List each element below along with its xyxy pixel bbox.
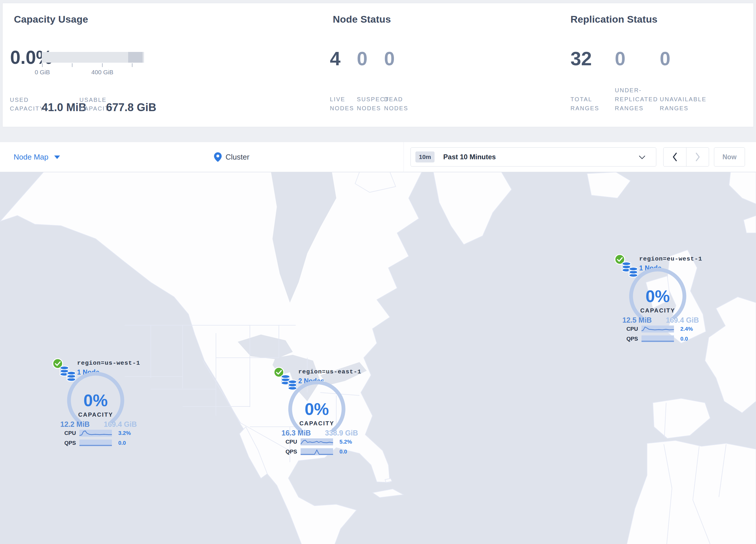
region-name: region=us-east-1 <box>298 369 361 375</box>
time-forward-button[interactable] <box>686 148 709 166</box>
region-cpu-metric: CPU 3.2% <box>58 429 131 437</box>
under-replicated-ranges-label: UNDER-REPLICATED RANGES <box>615 87 661 113</box>
region-capacity-label: CAPACITY <box>62 411 129 418</box>
chevron-left-icon <box>672 152 678 162</box>
used-capacity-label: USED CAPACITY <box>10 95 44 113</box>
time-range-badge: 10m <box>415 151 435 162</box>
cpu-sparkline <box>79 430 112 437</box>
cpu-label: CPU <box>58 430 76 436</box>
map-toolbar: Node Map Cluster 10m Past 10 Minutes Now <box>0 142 756 172</box>
suspect-nodes-label: SUSPECT NODES <box>357 87 386 113</box>
cpu-value: 5.2% <box>339 439 352 445</box>
capacity-bar-segment <box>128 52 143 63</box>
qps-value: 0.0 <box>339 449 347 455</box>
total-ranges-label: TOTAL RANGES <box>570 87 602 113</box>
region-used-capacity: 12.2 MiB <box>60 420 90 429</box>
unavailable-ranges-value: 0 <box>660 49 670 68</box>
capacity-tick <box>102 63 103 67</box>
region-qps-metric: QPS 0.0 <box>279 448 347 456</box>
region-qps-metric: QPS 0.0 <box>620 335 688 343</box>
region-capacity-label: CAPACITY <box>283 420 350 427</box>
region-capacity-percent: 0% <box>65 391 126 410</box>
cpu-sparkline <box>301 438 333 445</box>
usable-capacity-value: 677.8 GiB <box>106 101 156 114</box>
cpu-label: CPU <box>279 439 297 445</box>
region-cpu-metric: CPU 5.2% <box>279 438 352 446</box>
total-ranges-value: 32 <box>570 49 592 68</box>
qps-value: 0.0 <box>680 336 688 342</box>
region-marker-eu-west-1[interactable]: region=eu-west-1 1 Node 0% CAPACITY 12.5… <box>611 253 704 349</box>
capacity-tick-label-400: 400 GiB <box>85 69 120 76</box>
region-used-capacity: 12.5 MiB <box>622 316 652 325</box>
capacity-bar <box>42 52 144 63</box>
capacity-usage-title: Capacity Usage <box>14 14 88 25</box>
node-status-title: Node Status <box>333 14 391 25</box>
qps-label: QPS <box>620 336 638 342</box>
chevron-down-icon <box>639 155 646 159</box>
dead-nodes-value: 0 <box>384 49 395 68</box>
location-pin-icon <box>214 152 222 162</box>
capacity-tick <box>132 63 132 67</box>
time-back-button[interactable] <box>664 148 686 166</box>
region-total-capacity: 338.9 GiB <box>325 429 358 437</box>
region-used-capacity: 16.3 MiB <box>281 429 311 437</box>
chevron-right-icon <box>695 152 701 162</box>
live-nodes-label: LIVE NODES <box>330 87 357 113</box>
cpu-value: 2.4% <box>680 326 693 332</box>
caret-down-icon <box>54 155 60 159</box>
cpu-sparkline <box>641 326 674 333</box>
capacity-tick <box>42 63 43 67</box>
region-capacity-label: CAPACITY <box>624 307 691 314</box>
cluster-summary-panel: Capacity Usage 0.0% 0 GiB 400 GiB USED C… <box>2 3 754 127</box>
live-nodes-value: 4 <box>330 49 341 68</box>
region-total-capacity: 169.4 GiB <box>666 316 699 325</box>
region-name: region=us-west-1 <box>77 360 140 367</box>
view-selector-dropdown[interactable]: Node Map <box>14 142 60 172</box>
region-total-capacity: 169.4 GiB <box>104 420 137 429</box>
qps-label: QPS <box>58 440 76 446</box>
capacity-tick-label-0: 0 GiB <box>25 69 60 76</box>
region-marker-us-west-1[interactable]: region=us-west-1 1 Node 0% CAPACITY 12.2… <box>49 357 142 453</box>
time-range-select[interactable]: 10m Past 10 Minutes <box>410 147 656 166</box>
cpu-label: CPU <box>620 326 638 332</box>
qps-value: 0.0 <box>118 440 126 446</box>
qps-sparkline <box>301 448 333 455</box>
capacity-tick <box>72 63 72 67</box>
cpu-value: 3.2% <box>118 430 131 436</box>
dead-nodes-label: DEAD NODES <box>384 87 411 113</box>
qps-label: QPS <box>279 449 297 455</box>
qps-sparkline <box>79 440 112 447</box>
breadcrumb-label: Cluster <box>226 153 249 162</box>
view-selector-label: Node Map <box>14 153 48 162</box>
region-marker-us-east-1[interactable]: region=us-east-1 2 Nodes 0% CAPACITY 16.… <box>270 366 363 461</box>
region-capacity-percent: 0% <box>627 287 688 306</box>
region-cpu-metric: CPU 2.4% <box>620 325 693 333</box>
now-button[interactable]: Now <box>714 147 745 166</box>
replication-status-title: Replication Status <box>570 14 657 25</box>
unavailable-ranges-label: UNAVAILABLE RANGES <box>660 87 708 113</box>
region-qps-metric: QPS 0.0 <box>58 439 126 447</box>
region-capacity-percent: 0% <box>286 399 347 419</box>
under-replicated-ranges-value: 0 <box>615 49 626 68</box>
region-name: region=eu-west-1 <box>639 255 702 262</box>
qps-sparkline <box>641 336 674 342</box>
time-nav-group <box>663 147 709 166</box>
breadcrumb[interactable]: Cluster <box>214 142 249 172</box>
suspect-nodes-value: 0 <box>357 49 368 68</box>
time-range-label: Past 10 Minutes <box>443 153 496 161</box>
